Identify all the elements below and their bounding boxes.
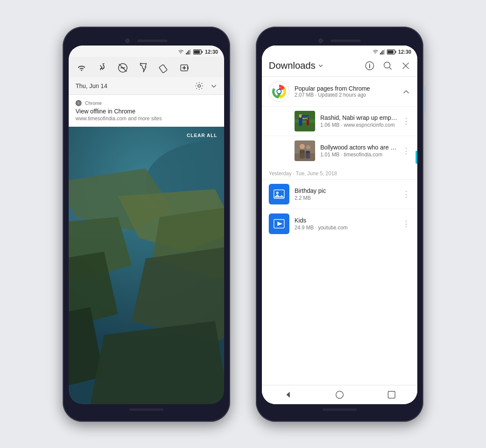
home-button-2[interactable] [335, 390, 344, 399]
status-time-2: 12:30 [398, 49, 411, 55]
chrome-section-header[interactable]: Popular pages from Chrome 2.07 MB · Upda… [262, 77, 417, 106]
notif-app-name: Chrome [85, 101, 102, 106]
search-button[interactable] [383, 61, 392, 70]
downloads-status-bar: 12:30 [262, 46, 417, 57]
cricket-item-info: Rashid, Nabi wrap up emph… 1.06 MB · www… [320, 114, 397, 128]
svg-point-18 [198, 85, 200, 87]
downloads-title: Downloads [269, 60, 365, 71]
list-item-kids[interactable]: Kids 24.9 MB · youtube.com ⋮ [262, 209, 417, 238]
kids-item-title: Kids [295, 217, 397, 224]
svg-rect-2 [188, 50, 189, 55]
notification-card: Chrome View offline in Chrome www.timeso… [69, 94, 224, 127]
wifi-icon [178, 49, 184, 54]
bollywood-item-title: Bollywood actors who are d… [320, 144, 397, 151]
shade-status-bar: 12:30 [69, 46, 224, 57]
qs-flashlight-icon[interactable] [137, 62, 149, 74]
svg-point-79 [276, 192, 279, 194]
svg-rect-3 [190, 49, 191, 55]
kids-item-meta: 24.9 MB · youtube.com [295, 225, 397, 231]
phone-2-top-bar [262, 34, 417, 46]
notif-header: Chrome [76, 100, 217, 106]
recents-button-2[interactable] [388, 391, 395, 399]
svg-rect-49 [380, 53, 381, 55]
notif-body: www.timesofindia.com and more sites [76, 116, 217, 122]
svg-rect-0 [186, 53, 187, 55]
bottom-bar-line-2 [322, 408, 357, 411]
camera-dot-1 [125, 39, 130, 43]
svg-rect-54 [388, 50, 394, 53]
birthday-more-button[interactable]: ⋮ [402, 189, 410, 199]
qs-rotate-icon[interactable] [158, 62, 170, 74]
phone-2: 12:30 Downloads [256, 27, 423, 422]
signal-icon-2 [380, 49, 385, 55]
wifi-icon-2 [372, 49, 378, 54]
wallpaper-svg [69, 127, 224, 404]
phone-2-body: 12:30 Downloads [262, 46, 417, 404]
svg-rect-6 [202, 51, 203, 53]
svg-line-7 [100, 65, 102, 67]
chrome-section-title: Popular pages from Chrome [295, 85, 370, 92]
bollywood-thumbnail [295, 140, 315, 161]
list-item-birthday[interactable]: Birthday pic 2.2 MB ⋮ [262, 179, 417, 209]
battery-icon [193, 49, 203, 55]
list-item-cricket[interactable]: WPL Rashid, Nabi wrap up emph… 1.06 MB ·… [262, 106, 417, 136]
bottom-bar-line-1 [129, 408, 164, 411]
list-item-bollywood[interactable]: Bollywood actors who are d… 1.01 MB · ti… [262, 136, 417, 165]
svg-point-57 [384, 62, 390, 68]
bollywood-item-meta: 1.01 MB · timesofindia.com [320, 152, 397, 158]
notif-app-icon [76, 100, 82, 106]
cricket-more-button[interactable]: ⋮ [402, 116, 410, 126]
chrome-section-icon [269, 81, 289, 102]
svg-point-75 [306, 145, 310, 149]
svg-marker-83 [286, 392, 290, 398]
qs-bluetooth-icon[interactable] [96, 62, 108, 74]
teal-accent-2 [416, 151, 417, 164]
svg-rect-85 [388, 391, 395, 398]
svg-rect-15 [188, 67, 188, 69]
svg-marker-82 [277, 222, 282, 226]
empty-space [262, 238, 417, 385]
notif-title: View offline in Chrome [76, 108, 217, 115]
birthday-file-icon [269, 184, 289, 204]
speaker-bar-1 [137, 40, 167, 42]
expand-icon[interactable] [210, 82, 217, 89]
battery-icon-2 [387, 49, 396, 55]
back-button-2[interactable] [284, 391, 292, 399]
speaker-bar-2 [331, 40, 361, 42]
svg-marker-80 [274, 194, 284, 198]
qs-wifi-icon[interactable] [76, 62, 88, 74]
info-button[interactable] [365, 61, 374, 70]
dropdown-arrow-icon[interactable] [317, 62, 324, 69]
phone-1-screen: 12:30 [69, 46, 224, 404]
kids-file-icon [269, 213, 289, 234]
notification-shade: 12:30 [69, 46, 224, 127]
cricket-item-title: Rashid, Nabi wrap up emph… [320, 114, 397, 121]
signal-icon [186, 49, 191, 55]
kids-more-button[interactable]: ⋮ [402, 219, 410, 229]
date-separator-text: Yesterday · Tue, June 5, 2018 [269, 171, 337, 177]
svg-point-84 [336, 391, 343, 398]
svg-rect-1 [187, 52, 188, 55]
svg-line-58 [389, 67, 392, 70]
phone-2-screen: 12:30 Downloads [262, 46, 417, 404]
phone-1-body: 12:30 [69, 46, 224, 404]
collapse-icon[interactable] [402, 87, 410, 96]
svg-rect-13 [159, 64, 167, 73]
close-button[interactable] [401, 61, 410, 70]
svg-rect-50 [381, 52, 382, 55]
qs-battery-saver-icon[interactable] [179, 62, 191, 74]
date-separator: Yesterday · Tue, June 5, 2018 [262, 165, 417, 179]
birthday-item-title: Birthday pic [295, 187, 397, 194]
bollywood-more-button[interactable]: ⋮ [402, 146, 410, 155]
svg-rect-51 [383, 50, 383, 55]
settings-icon[interactable] [195, 82, 204, 90]
svg-rect-11 [121, 67, 125, 68]
clear-all-button[interactable]: CLEAR ALL [187, 131, 217, 139]
camera-dot-2 [319, 39, 323, 43]
qs-dnd-icon[interactable] [117, 62, 129, 74]
svg-rect-52 [384, 49, 385, 55]
svg-rect-55 [395, 51, 396, 53]
birthday-item-info: Birthday pic 2.2 MB [295, 187, 397, 201]
birthday-item-meta: 2.2 MB [295, 195, 397, 201]
phone-2-bottom-bar [262, 404, 417, 414]
